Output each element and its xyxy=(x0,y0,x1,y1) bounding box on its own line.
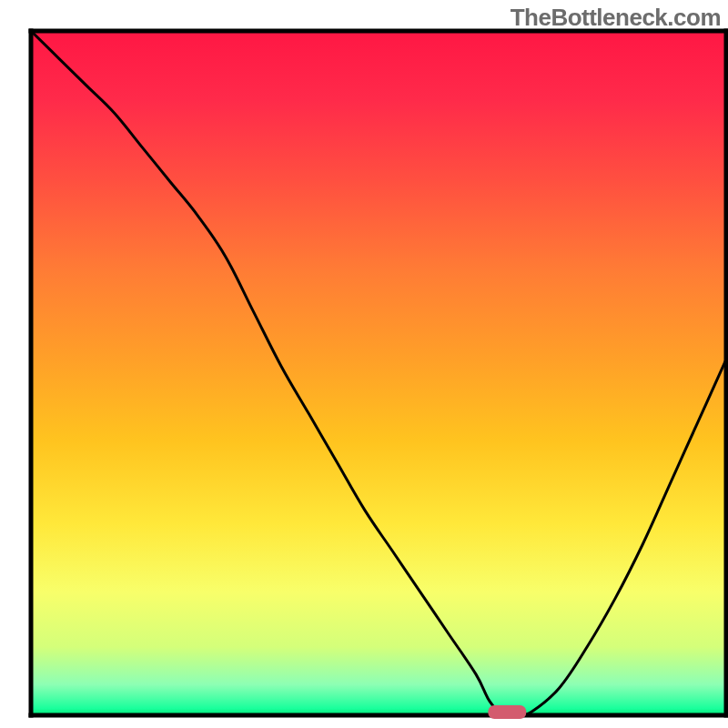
bottleneck-chart xyxy=(0,0,728,728)
watermark-label: TheBottleneck.com xyxy=(511,4,721,32)
optimum-marker xyxy=(488,705,526,719)
plot-background xyxy=(31,31,726,715)
